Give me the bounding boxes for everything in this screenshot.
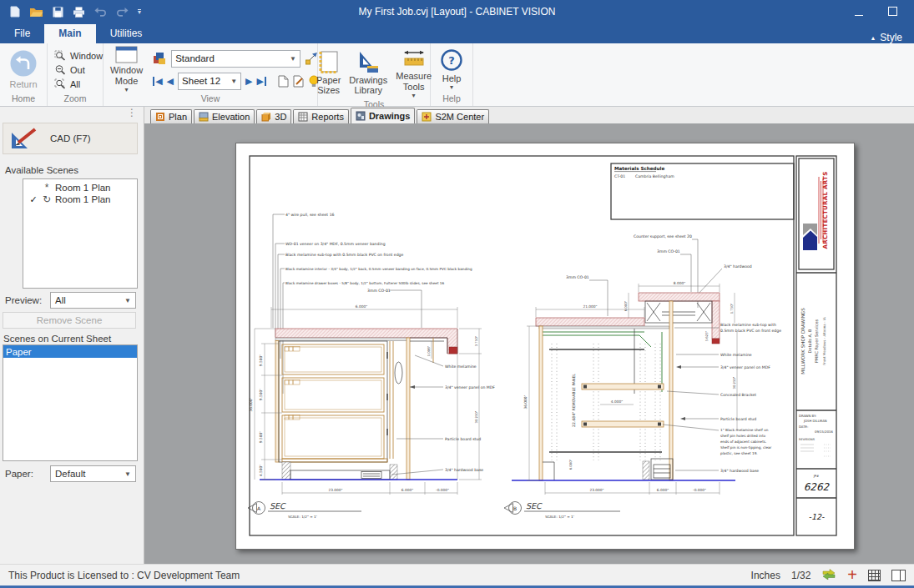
svg-text:36.000": 36.000" bbox=[249, 397, 253, 411]
callout: Black melamine interior - 3/4" body, 1/2… bbox=[285, 267, 472, 271]
tab-3d[interactable]: 3D bbox=[256, 109, 291, 123]
zoom-out-button[interactable]: Out bbox=[54, 64, 103, 75]
undo-icon bbox=[94, 7, 107, 17]
open-folder-icon[interactable] bbox=[29, 7, 43, 18]
tab-file[interactable]: File bbox=[0, 24, 44, 43]
tab-drawings[interactable]: Drawings bbox=[351, 108, 416, 123]
svg-text:8.000": 8.000" bbox=[674, 281, 685, 285]
svg-text:21.000": 21.000" bbox=[583, 304, 597, 309]
dropdown-arrow-icon: ▼ bbox=[124, 297, 131, 304]
dims-bottom-b: 23.000" 6.000" -0.000" bbox=[545, 482, 720, 495]
left-panel: ⋮ CAD (F7) Available Scenes * Room 1 Pla… bbox=[0, 107, 144, 564]
drawings-library-button[interactable]: Drawings Library bbox=[346, 50, 391, 96]
dropdown-arrow-icon: ▼ bbox=[124, 470, 131, 478]
tab-utilities[interactable]: Utilities bbox=[96, 24, 157, 43]
page-layout-toggle-icon[interactable] bbox=[891, 570, 906, 581]
drawing-canvas[interactable]: Plan Elevation 3D Reports Drawings S2M C… bbox=[144, 107, 914, 564]
sheet-number: -12- bbox=[809, 512, 826, 521]
sheet-border bbox=[250, 156, 836, 535]
tab-s2m-center[interactable]: S2M Center bbox=[417, 109, 489, 123]
svg-text:1" Black melamine shelf on: 1" Black melamine shelf on bbox=[720, 428, 769, 432]
new-sheet-icon[interactable] bbox=[278, 75, 289, 88]
save-icon[interactable] bbox=[53, 7, 63, 18]
svg-text:-0.000": -0.000" bbox=[693, 488, 706, 492]
view-style-combobox[interactable]: Standard ▼ bbox=[171, 50, 300, 68]
dim-4: 4.000" bbox=[611, 400, 623, 404]
style-button[interactable]: ▲ Style bbox=[870, 32, 914, 43]
svg-text:9.500": 9.500" bbox=[259, 354, 263, 366]
page-area[interactable]: .s{stroke:#3e3e3e;stroke-width:0.7;fill:… bbox=[144, 123, 914, 564]
svg-text:SCALE: 1/2" = 1': SCALE: 1/2" = 1' bbox=[288, 515, 317, 519]
last-sheet-icon[interactable]: ▶ bbox=[257, 77, 266, 86]
scale-value[interactable]: 1/32 bbox=[791, 570, 810, 581]
title-block: ARCHITECTURAL ARTS MILLWORK SHOP DRAWING… bbox=[796, 158, 836, 521]
paper-dropdown[interactable]: Default ▼ bbox=[50, 465, 136, 482]
previous-sheet-icon[interactable]: ◀ bbox=[167, 77, 174, 86]
preview-dropdown[interactable]: All ▼ bbox=[50, 292, 136, 309]
minimize-button[interactable] bbox=[855, 4, 863, 19]
svg-text:4.500": 4.500" bbox=[259, 465, 263, 476]
svg-text:6.000": 6.000" bbox=[356, 304, 367, 309]
new-file-icon[interactable] bbox=[10, 6, 20, 18]
ribbon: Return Home Window Out All Zoom bbox=[0, 43, 914, 107]
available-scenes-list[interactable]: * Room 1 Plan ✓ ↻ Room 1 Plan bbox=[23, 178, 138, 289]
next-sheet-icon[interactable]: ▶ bbox=[245, 77, 252, 86]
edit-sheet-icon[interactable] bbox=[293, 75, 305, 88]
units-value[interactable]: Inches bbox=[751, 570, 780, 581]
tab-plan[interactable]: Plan bbox=[150, 109, 192, 123]
remove-scene-button[interactable]: Remove Scene bbox=[3, 312, 136, 329]
zoom-window-button[interactable]: Window bbox=[54, 50, 103, 61]
dropdown-arrow-icon: ▼ bbox=[285, 55, 296, 63]
callouts-right-b: Black melamine sub-top with 0.5mm black … bbox=[663, 323, 781, 473]
return-button[interactable]: Return bbox=[6, 49, 41, 90]
tab-elevation[interactable]: Elevation bbox=[194, 109, 255, 123]
grid-toggle-icon[interactable] bbox=[868, 570, 881, 581]
svg-text:23.000": 23.000" bbox=[589, 488, 603, 492]
tab-main[interactable]: Main bbox=[44, 24, 95, 43]
first-sheet-icon[interactable]: ◀ bbox=[153, 77, 162, 86]
svg-text:SEC: SEC bbox=[270, 501, 286, 510]
paper-sizes-button[interactable]: Paper Sizes bbox=[313, 50, 344, 96]
panel-grip-icon[interactable]: ⋮ bbox=[127, 107, 137, 118]
maximize-button[interactable] bbox=[888, 4, 897, 19]
section-a-marker: A SEC SCALE: 1/2" = 1' bbox=[248, 501, 361, 519]
scenes-on-sheet-label: Scenes on Current Sheet bbox=[3, 334, 111, 344]
svg-text:3/4" hardwood base: 3/4" hardwood base bbox=[445, 468, 483, 472]
svg-text:1.006": 1.006" bbox=[427, 345, 431, 356]
customize-qat-icon[interactable]: ▾ bbox=[138, 9, 141, 14]
plan-tab-icon bbox=[155, 112, 165, 122]
group-label-zoom: Zoom bbox=[48, 93, 103, 106]
window-mode-button[interactable]: Window Mode ▾ bbox=[107, 46, 146, 93]
svg-text:6.000": 6.000" bbox=[657, 488, 669, 492]
callout: 3mm CO-01 bbox=[367, 289, 391, 293]
tab-reports[interactable]: Reports bbox=[293, 109, 349, 123]
scene-list-item[interactable]: ✓ ↻ Room 1 Plan bbox=[23, 193, 137, 205]
subtop-a bbox=[275, 338, 407, 341]
scene-list-item[interactable]: * Room 1 Plan bbox=[23, 182, 137, 193]
svg-text:shelf pin holes drilled into: shelf pin holes drilled into bbox=[720, 434, 766, 438]
project-line3: PMRC Payer Services bbox=[814, 319, 820, 363]
refresh-scene-icon: ↻ bbox=[42, 194, 52, 204]
drawing-page[interactable]: .s{stroke:#3e3e3e;stroke-width:0.7;fill:… bbox=[235, 143, 855, 550]
project-line4: Front Meadows - Altoona - IA bbox=[822, 317, 826, 365]
checked-icon: ✓ bbox=[28, 194, 38, 205]
help-icon: ? bbox=[440, 48, 463, 72]
sheet-selector[interactable]: Sheet 12 ▼ bbox=[178, 73, 241, 90]
redo-icon bbox=[116, 7, 129, 17]
sheet-scene-item-selected[interactable]: Paper bbox=[3, 345, 137, 358]
svg-text:30.250": 30.250" bbox=[474, 410, 478, 423]
measure-tools-button[interactable]: Measure Tools ▾ bbox=[392, 46, 435, 99]
callout: 3mm CO-01 bbox=[566, 275, 589, 279]
print-icon[interactable] bbox=[73, 7, 85, 18]
zoom-all-button[interactable]: All bbox=[54, 78, 103, 89]
scene-style-icon bbox=[153, 52, 167, 65]
drawings-tab-icon bbox=[356, 111, 366, 121]
snap-toggle-icon[interactable] bbox=[821, 569, 836, 582]
sheet-scenes-list[interactable]: Paper bbox=[3, 344, 138, 461]
cad-button[interactable]: CAD (F7) bbox=[3, 123, 138, 154]
help-button[interactable]: ? Help ▾ bbox=[437, 48, 467, 92]
materials-code: CT-01 bbox=[614, 174, 625, 178]
paper-label: Paper: bbox=[5, 469, 33, 479]
window-mode-icon bbox=[115, 46, 138, 63]
svg-text:Concealed Bracket: Concealed Bracket bbox=[720, 393, 756, 397]
